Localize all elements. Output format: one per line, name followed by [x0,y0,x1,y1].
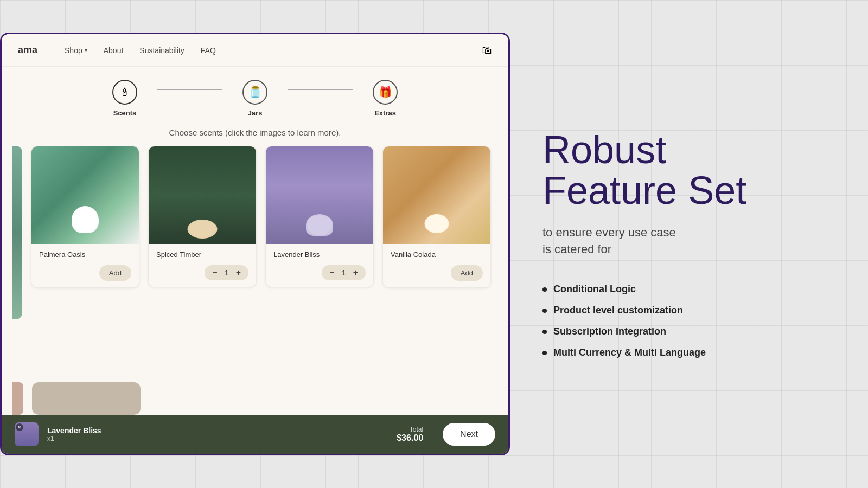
product-image-spiced[interactable] [149,146,256,244]
cart-total-area: Total $36.00 [397,426,423,443]
feature-item-2: Subscription Integration [542,326,835,337]
qty-decrease-lavender[interactable]: − [329,268,334,277]
product-actions-spiced: − 1 + [156,265,248,280]
extras-icon: 🎁 [373,80,398,105]
step-line-1 [157,89,222,90]
qty-decrease-spiced[interactable]: − [212,268,217,277]
product-card-palmera[interactable]: Palmera Oasis Add [31,146,139,288]
product-info-lavender: Lavender Bliss − 1 + [266,244,373,287]
features-list: Conditional Logic Product level customiz… [542,284,835,358]
feature-bullet-2 [542,330,547,334]
step-jars-label: Jars [248,109,263,117]
cart-item-thumbnail [15,422,39,446]
product-actions-palmera: Add [39,265,131,281]
right-panel: Robust Feature Set to ensure every use c… [521,0,868,488]
next-button[interactable]: Next [443,423,495,446]
product-info-vanilla: Vanilla Colada Add [383,244,490,287]
product-card-lavender[interactable]: Lavender Bliss − 1 + [265,146,374,287]
nav-faq[interactable]: FAQ [201,46,216,55]
jars-icon: 🫙 [242,80,267,105]
nav-brand: ama [18,44,37,56]
step-extras[interactable]: 🎁 Extras [353,80,418,117]
cart-total-label: Total [397,426,423,433]
feature-bullet-3 [542,351,547,355]
steps-container: 🕯 Scents 🫙 Jars 🎁 Extras [2,67,508,126]
qty-value-lavender: 1 [340,268,348,277]
product-actions-vanilla: Add [391,265,483,281]
add-button-palmera[interactable]: Add [99,265,131,281]
feature-bullet-1 [542,309,547,313]
product-image-palmera[interactable] [31,146,139,244]
instructions-text: Choose scents (click the images to learn… [2,126,508,146]
feature-bullet-0 [542,287,547,292]
step-scents[interactable]: 🕯 Scents [92,80,157,117]
product-card-spiced[interactable]: Spiced Timber − 1 + [148,146,257,287]
cart-bar: Lavender Bliss x1 Total $36.00 Next [2,415,508,454]
product-card-vanilla[interactable]: Vanilla Colada Add [382,146,491,288]
qty-control-spiced: − 1 + [205,265,248,280]
qty-control-lavender: − 1 + [322,265,366,280]
step-scents-label: Scents [113,109,137,117]
product-info-spiced: Spiced Timber − 1 + [149,244,256,287]
hero-subtitle: to ensure every use case is catered for [542,224,835,258]
add-button-vanilla[interactable]: Add [451,265,483,281]
qty-increase-lavender[interactable]: + [353,268,358,277]
step-line-2 [288,89,353,90]
product-name-palmera: Palmera Oasis [39,251,131,259]
product-info-palmera: Palmera Oasis Add [31,244,139,287]
feature-item-0: Conditional Logic [542,284,835,295]
app-window: ama Shop ▾ About Sustainability FAQ 🛍 🕯 … [0,33,510,455]
step-jars[interactable]: 🫙 Jars [222,80,288,117]
product-name-lavender: Lavender Bliss [273,251,366,259]
scents-icon: 🕯 [112,80,137,105]
cart-item-info: Lavender Bliss x1 [47,426,101,442]
products-area: Palmera Oasis Add Spiced Timber − [2,146,508,388]
nav-shop[interactable]: Shop ▾ [65,46,87,55]
cart-total-amount: $36.00 [397,433,423,443]
product-actions-lavender: − 1 + [273,265,366,280]
chevron-down-icon: ▾ [85,47,87,53]
product-image-vanilla[interactable] [383,146,490,244]
products-grid: Palmera Oasis Add Spiced Timber − [12,146,497,388]
cart-icon[interactable]: 🛍 [481,44,492,56]
qty-increase-spiced[interactable]: + [236,268,241,277]
step-extras-label: Extras [374,109,396,117]
navigation: ama Shop ▾ About Sustainability FAQ 🛍 [2,34,508,67]
partial-card-left [12,146,22,319]
feature-item-1: Product level customization [542,305,835,316]
product-name-spiced: Spiced Timber [156,251,248,259]
hero-title: Robust Feature Set [542,130,835,211]
product-image-lavender[interactable] [266,146,373,244]
qty-value-spiced: 1 [223,268,231,277]
feature-item-3: Multi Currency & Multi Language [542,347,835,358]
nav-sustainability[interactable]: Sustainability [139,46,184,55]
steps-track: 🕯 Scents 🫙 Jars 🎁 Extras [92,80,418,117]
nav-about[interactable]: About [104,46,124,55]
product-name-vanilla: Vanilla Colada [391,251,483,259]
left-panel: ama Shop ▾ About Sustainability FAQ 🛍 🕯 … [0,0,521,488]
cart-item-qty: x1 [47,435,101,442]
cart-item-name: Lavender Bliss [47,426,101,435]
